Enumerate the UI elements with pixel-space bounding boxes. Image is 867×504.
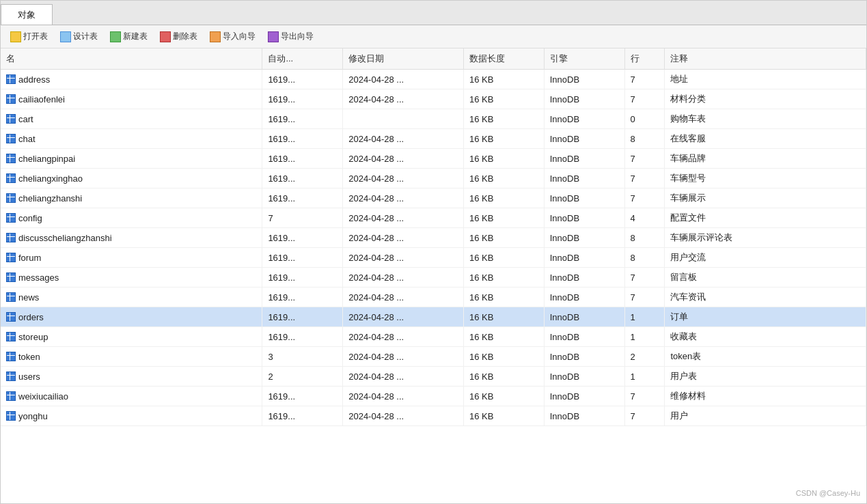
modified-date: 2024-04-28 ...: [343, 89, 464, 109]
table-header-row: 名 自动... 修改日期 数据长度 引擎 行 注释: [1, 48, 866, 70]
data-length: 16 KB: [463, 109, 544, 129]
table-icon: [6, 332, 16, 341]
row-count: 8: [624, 228, 665, 248]
modified-date: 2024-04-28 ...: [343, 288, 464, 307]
auto-increment: 1619...: [262, 307, 343, 327]
comment: 收藏表: [665, 327, 866, 347]
delete-table-label: 删除表: [173, 31, 197, 42]
import-wizard-icon: [210, 31, 221, 42]
comment: 车辆品牌: [665, 149, 866, 169]
auto-increment: 1619...: [262, 327, 343, 347]
comment: 用户表: [665, 367, 866, 387]
table-name: token: [18, 352, 40, 362]
data-length: 16 KB: [463, 387, 544, 406]
table-row[interactable]: chat1619...2024-04-28 ...16 KBInnoDB8在线客…: [1, 129, 866, 149]
engine: InnoDB: [544, 307, 624, 327]
modified-date: 2024-04-28 ...: [343, 70, 464, 89]
table-name: messages: [18, 272, 59, 283]
table-icon: [6, 154, 16, 163]
data-length: 16 KB: [463, 208, 544, 228]
table-row[interactable]: token32024-04-28 ...16 KBInnoDB2token表: [1, 347, 866, 367]
table-row[interactable]: cheliangzhanshi1619...2024-04-28 ...16 K…: [1, 188, 866, 208]
data-length: 16 KB: [463, 268, 544, 288]
comment: 用户: [665, 406, 866, 426]
table-name: address: [18, 74, 50, 85]
table-row[interactable]: cheliangxinghao1619...2024-04-28 ...16 K…: [1, 169, 866, 188]
table-row[interactable]: cheliangpinpai1619...2024-04-28 ...16 KB…: [1, 149, 866, 169]
table-row[interactable]: forum1619...2024-04-28 ...16 KBInnoDB8用户…: [1, 248, 866, 268]
table-name: storeup: [18, 332, 48, 342]
data-length: 16 KB: [463, 307, 544, 327]
table-row[interactable]: discusscheliangzhanshi1619...2024-04-28 …: [1, 228, 866, 248]
design-table-label: 设计表: [73, 31, 98, 42]
modified-date: 2024-04-28 ...: [343, 149, 464, 169]
new-table-button[interactable]: 新建表: [106, 29, 152, 44]
header-comment[interactable]: 注释: [665, 48, 866, 70]
comment: 车辆展示评论表: [665, 228, 866, 248]
comment: 购物车表: [665, 109, 866, 129]
tab-objects[interactable]: 对象: [1, 4, 53, 25]
table-row[interactable]: yonghu1619...2024-04-28 ...16 KBInnoDB7用…: [1, 406, 866, 426]
table-area: 名 自动... 修改日期 数据长度 引擎 行 注释 address1619...…: [1, 48, 866, 503]
auto-increment: 1619...: [262, 169, 343, 188]
engine: InnoDB: [544, 169, 624, 188]
table-row[interactable]: config72024-04-28 ...16 KBInnoDB4配置文件: [1, 208, 866, 228]
table-row[interactable]: cart1619...16 KBInnoDB0购物车表: [1, 109, 866, 129]
header-modified[interactable]: 修改日期: [343, 48, 464, 70]
export-wizard-button[interactable]: 导出向导: [264, 29, 318, 44]
data-length: 16 KB: [463, 89, 544, 109]
table-row[interactable]: address1619...2024-04-28 ...16 KBInnoDB7…: [1, 70, 866, 89]
new-table-icon: [110, 31, 121, 42]
table-row[interactable]: messages1619...2024-04-28 ...16 KBInnoDB…: [1, 268, 866, 288]
row-count: 7: [624, 387, 665, 406]
data-length: 16 KB: [463, 406, 544, 426]
table-row[interactable]: orders1619...2024-04-28 ...16 KBInnoDB1订…: [1, 307, 866, 327]
table-row[interactable]: weixiucailiao1619...2024-04-28 ...16 KBI…: [1, 387, 866, 406]
table-icon: [6, 173, 16, 183]
design-table-button[interactable]: 设计表: [56, 29, 102, 44]
auto-increment: 3: [262, 347, 343, 367]
table-icon: [6, 391, 16, 401]
table-name: cailiaofenlei: [18, 94, 65, 104]
data-length: 16 KB: [463, 129, 544, 149]
import-wizard-button[interactable]: 导入向导: [206, 29, 260, 44]
table-name: config: [18, 213, 42, 223]
table-row[interactable]: cailiaofenlei1619...2024-04-28 ...16 KBI…: [1, 89, 866, 109]
table-icon: [6, 134, 16, 143]
header-data-length[interactable]: 数据长度: [463, 48, 544, 70]
header-name[interactable]: 名: [1, 48, 262, 70]
engine: InnoDB: [544, 268, 624, 288]
engine: InnoDB: [544, 188, 624, 208]
export-wizard-icon: [268, 31, 279, 42]
modified-date: 2024-04-28 ...: [343, 129, 464, 149]
modified-date: 2024-04-28 ...: [343, 208, 464, 228]
modified-date: 2024-04-28 ...: [343, 387, 464, 406]
auto-increment: 2: [262, 367, 343, 387]
table-row[interactable]: storeup1619...2024-04-28 ...16 KBInnoDB1…: [1, 327, 866, 347]
auto-increment: 1619...: [262, 149, 343, 169]
comment: 材料分类: [665, 89, 866, 109]
table-icon: [6, 193, 16, 203]
open-table-icon: [10, 31, 21, 42]
delete-table-button[interactable]: 删除表: [156, 29, 202, 44]
row-count: 1: [624, 327, 665, 347]
table-row[interactable]: news1619...2024-04-28 ...16 KBInnoDB7汽车资…: [1, 288, 866, 307]
table-icon: [6, 213, 16, 223]
data-length: 16 KB: [463, 188, 544, 208]
objects-table: 名 自动... 修改日期 数据长度 引擎 行 注释 address1619...…: [1, 48, 866, 426]
header-engine[interactable]: 引擎: [544, 48, 624, 70]
table-row[interactable]: users22024-04-28 ...16 KBInnoDB1用户表: [1, 367, 866, 387]
header-auto[interactable]: 自动...: [262, 48, 343, 70]
data-length: 16 KB: [463, 70, 544, 89]
open-table-button[interactable]: 打开表: [6, 29, 52, 44]
modified-date: 2024-04-28 ...: [343, 367, 464, 387]
engine: InnoDB: [544, 387, 624, 406]
auto-increment: 1619...: [262, 188, 343, 208]
header-rows[interactable]: 行: [624, 48, 665, 70]
row-count: 2: [624, 347, 665, 367]
auto-increment: 1619...: [262, 406, 343, 426]
design-table-icon: [60, 31, 71, 42]
data-length: 16 KB: [463, 228, 544, 248]
row-count: 7: [624, 288, 665, 307]
comment: 维修材料: [665, 387, 866, 406]
